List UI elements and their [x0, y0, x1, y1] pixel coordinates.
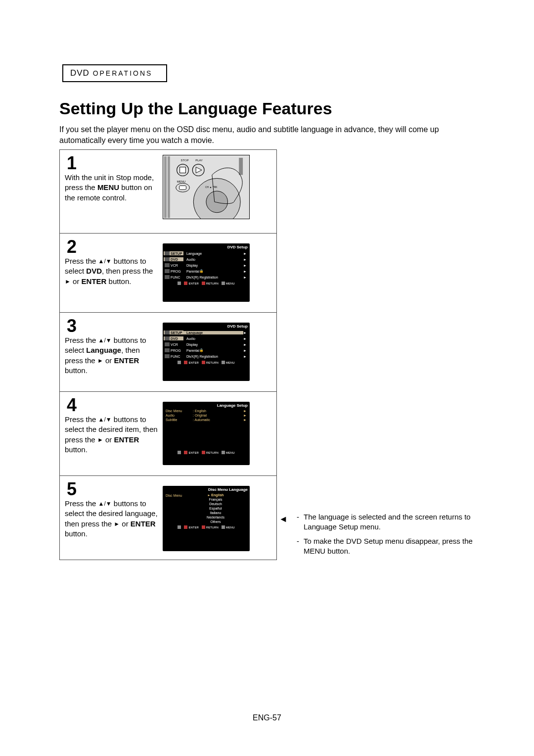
- osd-title: DVD Setup: [163, 243, 250, 250]
- menu-icon: [222, 525, 225, 529]
- move-icon: [178, 282, 181, 285]
- menu-icon: [222, 361, 225, 364]
- hint-menu: MENU: [226, 526, 235, 529]
- tab-func: FUNC: [164, 354, 183, 358]
- osd-title: Disc Menu Language: [163, 486, 250, 493]
- move-icon: [178, 451, 181, 454]
- up-down-icon: ▲/▼: [98, 500, 112, 508]
- svg-point-11: [206, 191, 227, 212]
- svg-rect-7: [239, 158, 243, 175]
- step-2: 2 Press the ▲/▼ buttons to select DVD, t…: [59, 234, 277, 313]
- menu-label: MENU: [177, 181, 185, 184]
- step-4: 4 Press the ▲/▼ buttons to select the de…: [59, 392, 277, 476]
- txt: Press the: [65, 415, 98, 424]
- side-note: ◄ The language is selected and the scree…: [297, 512, 480, 560]
- osd-hint-bar: ENTER RETURN MENU: [163, 280, 250, 287]
- bold-dvd: DVD: [86, 267, 102, 275]
- txt: button.: [65, 366, 88, 375]
- tab-prog: PROG: [164, 269, 183, 273]
- arrow-icon: ►: [243, 276, 249, 279]
- side-note-1: The language is selected and the screen …: [297, 512, 480, 532]
- step-2-text: Press the ▲/▼ buttons to select DVD, the…: [65, 238, 159, 286]
- left-arrow-icon: ◄: [279, 513, 288, 525]
- hint-return: RETURN: [206, 361, 219, 364]
- bold-enter: ENTER: [82, 277, 107, 285]
- arrow-icon: ►: [243, 252, 249, 255]
- up-down-icon: ▲/▼: [98, 336, 112, 344]
- section-ops: OPERATIONS: [93, 69, 153, 77]
- step-number: 2: [67, 236, 77, 257]
- svg-rect-1: [164, 156, 167, 218]
- txt: or: [120, 520, 131, 528]
- txt: or: [71, 277, 82, 285]
- txt: , then press the: [102, 267, 153, 275]
- bold-enter: ENTER: [131, 520, 156, 528]
- txt: Press the: [65, 499, 98, 508]
- enter-icon: [184, 361, 187, 364]
- step-1-bold-menu: MENU: [97, 183, 119, 191]
- step-1: 1 With the unit in Stop mode, press the …: [59, 149, 277, 234]
- page-title: Setting Up the Language Features: [59, 99, 475, 118]
- up-down-icon: ▲/▼: [98, 416, 112, 424]
- up-down-icon: ▲/▼: [98, 257, 112, 265]
- enter-icon: [184, 525, 187, 529]
- arrow-icon: ►: [243, 264, 249, 267]
- hint-enter: ENTER: [188, 526, 198, 529]
- lang-others: Others: [191, 520, 240, 524]
- return-icon: [202, 451, 205, 454]
- lang-english: English: [191, 493, 240, 497]
- step-4-text: Press the ▲/▼ buttons to select the desi…: [65, 397, 159, 455]
- right-icon: ►: [97, 357, 103, 365]
- osd-screen-3: DVD Setup SETUPLanguage► DVDAudio► VCRDi…: [163, 323, 250, 381]
- osd-title: DVD Setup: [163, 323, 250, 330]
- hint-menu: MENU: [226, 451, 235, 454]
- hint-menu: MENU: [226, 361, 235, 364]
- right-icon: ►: [97, 436, 103, 444]
- osd-screen-2: DVD Setup SETUPLanguage► DVDAudio► VCRDi…: [163, 243, 250, 302]
- svg-rect-9: [179, 186, 186, 189]
- menu-language: Language: [183, 252, 243, 255]
- remote-illustration: STOP PLAY MENU CH ▲ TRK: [163, 155, 250, 219]
- menu-audio: Audio: [183, 337, 243, 340]
- lock-icon: 🔒: [199, 269, 204, 273]
- hint-menu: MENU: [226, 282, 235, 285]
- tab-dvd: DVD: [164, 336, 183, 340]
- txt: button.: [65, 529, 88, 538]
- step-5: 5 Press the ▲/▼ buttons to select the de…: [59, 476, 277, 560]
- step-number: 5: [67, 479, 77, 500]
- osd-hint-bar: ENTER RETURN MENU: [163, 449, 250, 456]
- menu-divx: DivX(R) Registration: [183, 276, 243, 279]
- tab-vcr: VCR: [164, 342, 183, 346]
- menu-icon: [222, 282, 225, 285]
- step-number: 1: [67, 153, 77, 174]
- section-dvd: DVD: [70, 68, 89, 78]
- svg-text:CH ▲ TRK: CH ▲ TRK: [205, 186, 218, 189]
- menu-icon: [222, 451, 225, 454]
- osd-screen-5: Disc Menu Language Disc Menu English Fra…: [163, 486, 250, 551]
- arrow-icon: ►: [243, 349, 249, 352]
- hint-return: RETURN: [206, 526, 219, 529]
- arrow-icon: ►: [243, 337, 249, 340]
- txt: or: [103, 435, 114, 444]
- return-icon: [202, 282, 205, 285]
- section-header-text: DVD OPERATIONS: [70, 68, 152, 78]
- manual-page: DVD OPERATIONS Setting Up the Language F…: [0, 0, 534, 756]
- osd-screen-4: Language Setup Disc Menu: English► Audio…: [163, 402, 250, 465]
- hint-enter: ENTER: [188, 361, 198, 364]
- hint-enter: ENTER: [188, 451, 198, 454]
- arrow-icon: ►: [243, 343, 249, 346]
- move-icon: [178, 525, 181, 529]
- step-5-text: Press the ▲/▼ buttons to select the desi…: [65, 481, 159, 539]
- txt: Press the: [65, 257, 98, 265]
- enter-icon: [184, 451, 187, 454]
- menu-display: Display: [183, 264, 243, 267]
- lang-row-discmenu: Disc Menu: English►: [163, 409, 250, 413]
- lock-icon: 🔒: [199, 348, 204, 352]
- lang-francais: Français: [191, 497, 240, 502]
- side-note-2: To make the DVD Setup menu disappear, pr…: [297, 536, 480, 557]
- section-header-box: DVD OPERATIONS: [62, 64, 167, 82]
- step-1-text: With the unit in Stop mode, press the ME…: [65, 155, 159, 203]
- hint-enter: ENTER: [188, 282, 198, 285]
- menu-divx: DivX(R) Registration: [183, 355, 243, 358]
- menu-audio: Audio: [183, 258, 243, 261]
